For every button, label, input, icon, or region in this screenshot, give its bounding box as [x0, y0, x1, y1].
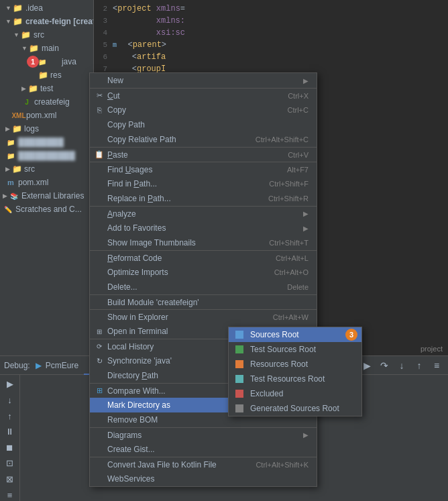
submenu-item-generated-sources[interactable]: Generated Sources Root: [229, 401, 361, 416]
tree-item-pom1[interactable]: XML pom.xml: [0, 109, 93, 122]
folder-icon-createfeign: 📁: [13, 16, 23, 27]
menu-item-convert-java[interactable]: Convert Java File to Kotlin File Ctrl+Al…: [90, 457, 317, 471]
menu-shortcut-find-usages: Alt+F7: [287, 166, 309, 174]
menu-shortcut-find-in-path: Ctrl+Shift+F: [269, 180, 309, 188]
arrow-main: ▼: [21, 45, 27, 52]
tree-item-createfeign[interactable]: ▼ 📁 create-feign [createfeign]: [0, 15, 93, 28]
debug-side-stop[interactable]: ⏹: [3, 441, 17, 455]
menu-item-delete[interactable]: Delete... Delete: [90, 280, 317, 294]
submenu-label-generated-sources: Generated Sources Root: [250, 404, 339, 413]
tree-item-src2[interactable]: ▶ 📁 src: [0, 162, 93, 176]
tree-label-scratches: Scratches and C...: [15, 205, 82, 214]
tree-item-scratches[interactable]: ✏️ Scratches and C...: [0, 203, 93, 216]
code-line-6: 6 <artifa: [94, 51, 448, 63]
debug-btn-more[interactable]: ≡: [429, 358, 444, 373]
menu-item-show-thumbnails[interactable]: Show Image Thumbnails Ctrl+Shift+T: [90, 235, 317, 250]
tree-item-res[interactable]: 📁 res: [0, 68, 93, 82]
menu-item-create-gist[interactable]: Create Gist...: [90, 442, 317, 457]
terminal-icon: ⊞: [94, 326, 105, 337]
menu-label-reformat: Reformat Code: [107, 254, 262, 263]
line-content-6: <artifa: [113, 52, 166, 62]
menu-item-cut[interactable]: ✂ Cut Ctrl+X: [90, 88, 317, 103]
menu-item-copy[interactable]: ⎘ Copy Ctrl+C: [90, 103, 317, 117]
menu-item-copy-path[interactable]: Copy Path: [90, 117, 317, 132]
test-sources-root-icon: [235, 345, 246, 354]
submenu-label-resources-root: Resources Root: [250, 359, 308, 369]
submenu-label-excluded: Excluded: [250, 389, 283, 398]
debug-btn-step-over[interactable]: ↷: [377, 358, 392, 373]
tree-label-idea: .idea: [25, 3, 43, 13]
menu-item-reformat[interactable]: Reformat Code Ctrl+Alt+L: [90, 250, 317, 265]
code-status: project: [421, 345, 443, 353]
menu-label-add-favorites: Add to Favorites: [107, 223, 300, 233]
menu-item-paste[interactable]: 📋 Paste Ctrl+V: [90, 147, 317, 162]
debug-side-up[interactable]: ↑: [3, 409, 17, 423]
debug-side-play[interactable]: ▶: [3, 378, 17, 391]
submenu-label-test-sources-root: Test Sources Root: [250, 345, 316, 354]
line-content-5: <parent>: [118, 40, 166, 50]
menu-label-remove-bom: Remove BOM: [107, 415, 309, 425]
menu-item-webservices[interactable]: WebServices: [90, 471, 317, 486]
tree-item-logs[interactable]: ▶ 📁 logs: [0, 122, 93, 135]
tree-item-java[interactable]: 1 ▼ 📁 java: [0, 55, 93, 68]
debug-side-view[interactable]: ⊡: [3, 457, 17, 470]
submenu-item-sources-root[interactable]: Sources Root 3: [229, 327, 361, 342]
menu-shortcut-copy: Ctrl+C: [288, 106, 309, 114]
menu-item-new[interactable]: New ▶: [90, 73, 317, 88]
menu-shortcut-explorer: Ctrl+Alt+W: [273, 313, 309, 321]
tree-item-main[interactable]: ▼ 📁 main: [0, 42, 93, 55]
debug-side-menu[interactable]: ≡: [3, 488, 17, 501]
submenu-item-test-sources-root[interactable]: Test Sources Root: [229, 342, 361, 357]
menu-item-add-favorites[interactable]: Add to Favorites ▶: [90, 221, 317, 235]
menu-label-find-in-path: Find in Path...: [107, 179, 256, 188]
menu-item-build-module[interactable]: Build Module 'createfeign': [90, 294, 317, 309]
excluded-icon: [235, 389, 246, 398]
compare-icon: ⊞: [94, 386, 105, 396]
tree-item-idea[interactable]: ▼ 📁 .idea: [0, 1, 93, 15]
menu-item-show-explorer[interactable]: Show in Explorer Ctrl+Alt+W: [90, 309, 317, 324]
line-num-3: 3: [94, 17, 113, 25]
tree-item-external[interactable]: ▶ 📚 External Libraries: [0, 189, 93, 203]
menu-item-analyze[interactable]: Analyze ▶: [90, 206, 317, 221]
debug-toolbar: ▶ ↷ ↓ ↑ ≡: [359, 358, 444, 373]
menu-label-cut: Cut: [107, 91, 274, 101]
arrow-idea: ▼: [5, 5, 11, 11]
menu-label-show-explorer: Show in Explorer: [107, 313, 260, 322]
test-resources-root-icon: [235, 374, 246, 384]
debug-label: Debug:: [4, 361, 30, 370]
menu-item-find-usages[interactable]: Find Usages Alt+F7: [90, 162, 317, 176]
menu-label-optimize: Optimize Imports: [107, 268, 261, 277]
submenu-item-resources-root[interactable]: Resources Root: [229, 357, 361, 372]
line-num-4: 4: [94, 29, 113, 37]
menu-item-find-in-path[interactable]: Find in Path... Ctrl+Shift+F: [90, 176, 317, 191]
menu-shortcut-convert: Ctrl+Alt+Shift+K: [256, 461, 309, 469]
tree-item-pom2[interactable]: m pom.xml: [0, 176, 93, 189]
debug-side-down[interactable]: ↓: [3, 394, 17, 407]
tree-item-test[interactable]: ▶ 📁 test: [0, 82, 93, 95]
menu-label-webservices: WebServices: [107, 474, 309, 484]
sources-root-icon: [235, 330, 246, 339]
menu-arrow-new: ▶: [303, 77, 309, 85]
arrow-logs: ▶: [5, 125, 10, 132]
tree-label-logs: logs: [24, 124, 39, 133]
debug-side-settings[interactable]: ⊠: [3, 473, 17, 486]
menu-label-replace-in-path: Replace in Path...: [107, 194, 255, 203]
menu-item-copy-relative-path[interactable]: Copy Relative Path Ctrl+Alt+Shift+C: [90, 132, 317, 147]
tree-label-java: java: [62, 57, 76, 66]
debug-btn-step-into[interactable]: ↓: [394, 358, 409, 373]
menu-item-optimize[interactable]: Optimize Imports Ctrl+Alt+O: [90, 265, 317, 280]
menu-item-diagrams[interactable]: Diagrams ▶: [90, 427, 317, 442]
line-num-2: 2: [94, 5, 113, 13]
submenu-item-excluded[interactable]: Excluded: [229, 386, 361, 401]
menu-item-replace-in-path[interactable]: Replace in Path... Ctrl+Shift+R: [90, 191, 317, 206]
tree-item-src[interactable]: ▼ 📁 src: [0, 28, 93, 42]
debug-side-pause[interactable]: ⏸: [3, 425, 17, 439]
submenu-item-test-resources-root[interactable]: Test Resources Root: [229, 372, 361, 386]
tree-item-createfeig[interactable]: J createfeig: [0, 95, 93, 109]
tree-item-blurred1[interactable]: 📁 ████████: [0, 135, 93, 149]
tree-item-blurred2[interactable]: 📁 ██████████: [0, 149, 93, 162]
tree-label-pom1: pom.xml: [26, 111, 56, 120]
arrow-createfeign: ▼: [5, 18, 11, 25]
tree-label-blurred1: ████████: [18, 137, 64, 147]
debug-btn-step-out[interactable]: ↑: [412, 358, 427, 373]
